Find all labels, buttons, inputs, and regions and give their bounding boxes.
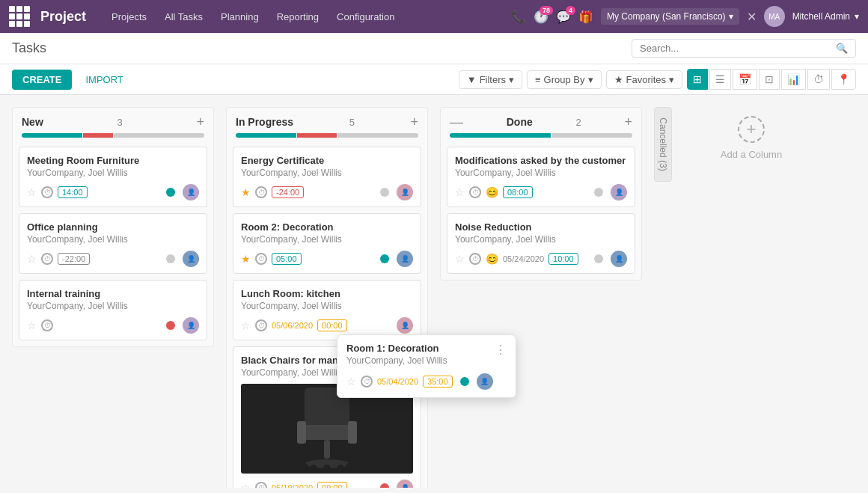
nav-planning[interactable]: Planning (213, 8, 266, 25)
star-icon[interactable]: ☆ (241, 319, 251, 331)
view-kanban[interactable]: ⊞ (687, 69, 708, 90)
status-dot (380, 254, 389, 263)
view-pivot[interactable]: ⊡ (759, 69, 780, 90)
card-subtitle: YourCompany, Joel Willis (455, 168, 627, 178)
column-inprogress-add[interactable]: + (410, 115, 418, 129)
card-lunch-room[interactable]: Lunch Room: kitchen YourCompany, Joel Wi… (233, 280, 421, 340)
avatar: 👤 (397, 317, 413, 334)
import-button[interactable]: IMPORT (78, 70, 130, 90)
column-done-collapse[interactable]: — (450, 115, 463, 129)
star-icon[interactable]: ★ (241, 253, 251, 265)
time-tag: 09:00 (317, 482, 347, 488)
view-map[interactable]: 📍 (831, 69, 856, 90)
filters-button[interactable]: ▼ Filters ▾ (459, 70, 522, 89)
clock-circle-icon: ⏱ (255, 186, 267, 198)
toolbar-right: ▼ Filters ▾ ≡ Group By ▾ ★ Favorites ▾ ⊞… (459, 69, 856, 90)
nav-all-tasks[interactable]: All Tasks (157, 8, 210, 25)
star-icon[interactable]: ☆ (27, 319, 37, 331)
tasks-count-badge: 78 (540, 6, 553, 15)
avatar: 👤 (183, 251, 199, 267)
card-footer: ☆ ⏱ 👤 (27, 317, 199, 334)
card-footer: ★ ⏱ -24:00 👤 (241, 184, 413, 200)
view-calendar[interactable]: 📅 (733, 69, 757, 90)
add-column-area[interactable]: + Add a Column (684, 107, 819, 160)
gift-icon[interactable]: 🎁 (578, 10, 593, 24)
create-button[interactable]: CREATE (12, 70, 72, 90)
messages-badge-wrap[interactable]: 💬 4 (556, 10, 571, 24)
column-cancelled[interactable]: Cancelled (3) (654, 107, 672, 182)
company-selector[interactable]: My Company (San Francisco) ▾ (601, 8, 739, 25)
status-dot (166, 188, 175, 197)
nav-projects[interactable]: Projects (104, 8, 154, 25)
card-subtitle: YourCompany, Joel Willis (455, 234, 627, 245)
search-icon: 🔍 (836, 43, 848, 54)
close-icon[interactable]: ✕ (747, 10, 757, 24)
card-internal-training[interactable]: Internal training YourCompany, Joel Will… (19, 280, 207, 340)
groupby-dropdown-icon: ▾ (588, 74, 593, 85)
floating-card-header: Room 1: Decoration YourCompany, Joel Wil… (346, 343, 507, 372)
card-noise-reduction[interactable]: Noise Reduction YourCompany, Joel Willis… (447, 213, 635, 274)
column-new-add[interactable]: + (196, 115, 204, 129)
time-tag: 00:00 (317, 319, 347, 331)
cancelled-label: Cancelled (3) (658, 117, 668, 171)
card-subtitle: YourCompany, Joel Willis (346, 355, 447, 366)
view-graph[interactable]: 📊 (781, 69, 806, 90)
column-inprogress-header: In Progress 5 + (227, 108, 427, 133)
view-list[interactable]: ☰ (709, 69, 731, 90)
star-icon[interactable]: ☆ (27, 186, 37, 198)
card-menu-icon[interactable]: ⋮ (495, 343, 507, 357)
star-icon[interactable]: ☆ (241, 482, 251, 488)
column-new-header: New 3 + (13, 108, 213, 133)
status-dot (166, 321, 175, 330)
groupby-button[interactable]: ≡ Group By ▾ (527, 70, 602, 89)
star-icon: ★ (614, 74, 623, 85)
star-icon[interactable]: ★ (241, 186, 251, 198)
card-energy-certificate[interactable]: Energy Certificate YourCompany, Joel Wil… (233, 147, 421, 207)
user-menu[interactable]: Mitchell Admin ▾ (792, 11, 859, 22)
nav-reporting[interactable]: Reporting (269, 8, 326, 25)
nav-configuration[interactable]: Configuration (329, 8, 402, 25)
avatar: 👤 (397, 184, 413, 200)
emoji-icon: 😊 (486, 186, 498, 198)
star-icon[interactable]: ☆ (455, 253, 465, 265)
card-office-planning[interactable]: Office planning YourCompany, Joel Willis… (19, 213, 207, 274)
card-title: Office planning (27, 221, 199, 233)
view-activity[interactable]: ⏱ (807, 69, 830, 90)
card-footer: ☆ ⏱ 😊 08:00 👤 (455, 184, 627, 200)
column-new: New 3 + Meeting Room Furniture YourCompa… (12, 107, 214, 347)
clock-circle-icon: ⏱ (255, 482, 267, 488)
star-icon[interactable]: ☆ (455, 186, 465, 198)
card-footer: ☆ ⏱ 05/19/2020 09:00 👤 (241, 480, 413, 488)
card-title: Meeting Room Furniture (27, 155, 199, 166)
column-inprogress-title: In Progress (236, 116, 293, 128)
messages-count-badge: 4 (566, 6, 575, 15)
app-grid-icon[interactable] (9, 6, 30, 27)
column-inprogress-count: 5 (349, 117, 355, 128)
card-title: Room 2: Decoration (241, 221, 413, 233)
time-tag: -22:00 (58, 253, 90, 265)
progress-gray (337, 133, 418, 138)
avatar[interactable]: MA (764, 6, 785, 27)
column-done-add[interactable]: + (624, 115, 632, 129)
card-room2-decoration[interactable]: Room 2: Decoration YourCompany, Joel Wil… (233, 213, 421, 274)
emoji-icon: 😊 (486, 253, 498, 265)
company-name: My Company (San Francisco) (607, 11, 726, 22)
card-meeting-room[interactable]: Meeting Room Furniture YourCompany, Joel… (19, 147, 207, 207)
card-title: Room 1: Decoration (346, 343, 447, 354)
card-modifications[interactable]: Modifications asked by the customer Your… (447, 147, 635, 207)
add-column-button[interactable]: + (738, 116, 765, 143)
clock-circle-icon: ⏱ (469, 186, 481, 198)
svg-rect-2 (297, 421, 306, 444)
search-bar[interactable]: 🔍 (632, 39, 856, 58)
tasks-badge-wrap[interactable]: 🕐 78 (534, 10, 548, 24)
phone-icon[interactable]: 📞 (511, 10, 526, 24)
card-subtitle: YourCompany, Joel Willis (241, 234, 413, 245)
progress-green (236, 133, 296, 138)
star-icon[interactable]: ☆ (346, 376, 356, 388)
floating-card[interactable]: Room 1: Decoration YourCompany, Joel Wil… (337, 334, 516, 398)
favorites-button[interactable]: ★ Favorites ▾ (606, 70, 682, 89)
search-input[interactable] (640, 43, 831, 54)
star-icon[interactable]: ☆ (27, 253, 37, 265)
status-dot (166, 254, 175, 263)
user-dropdown-icon: ▾ (855, 11, 859, 22)
